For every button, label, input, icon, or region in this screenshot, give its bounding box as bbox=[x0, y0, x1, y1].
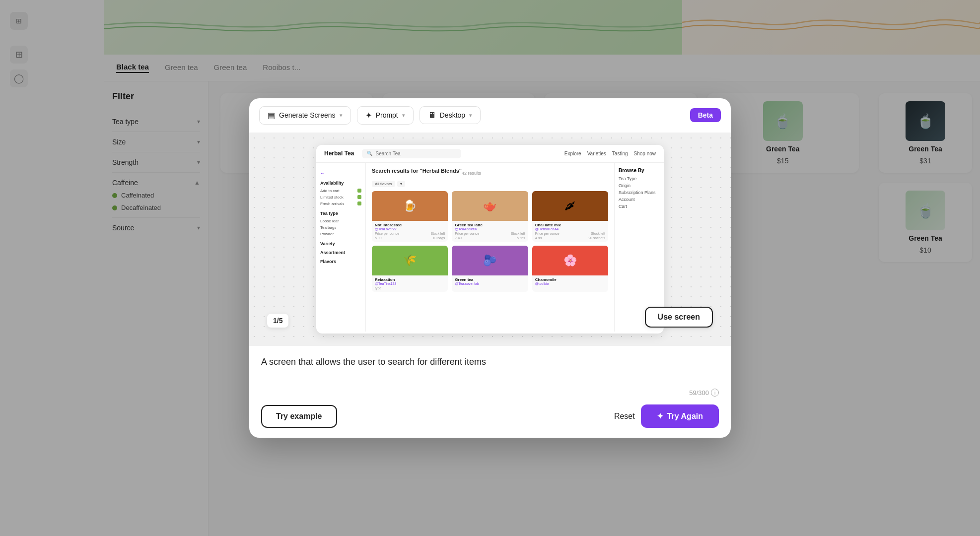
sim-card-info-4: Green tea @Tea.cover.lab bbox=[452, 275, 528, 287]
sim-card-tag-4: @Tea.cover.lab bbox=[455, 282, 525, 285]
sim-tea-type-filter: Tea type Loose leaf Tea bags Powder bbox=[320, 211, 361, 237]
sim-search-input[interactable] bbox=[375, 151, 456, 156]
prompt-icon: ✦ bbox=[365, 111, 372, 120]
char-count: 59/300 i bbox=[689, 389, 719, 397]
desktop-chevron-icon: ▾ bbox=[469, 112, 472, 119]
sim-card-title-2: Chai latte mix bbox=[535, 223, 605, 227]
sim-nav-explore[interactable]: Explore bbox=[564, 151, 581, 156]
beta-badge: Beta bbox=[690, 108, 721, 122]
avail-badge-1 bbox=[357, 189, 361, 193]
sim-flavors-title: Flavors bbox=[320, 259, 361, 264]
sim-powder: Powder bbox=[320, 231, 361, 237]
sim-card-green-tea-latte[interactable]: 🫖 Green tea latte @TeaAddict07 Price per… bbox=[452, 191, 528, 242]
sim-card-tag-1: @TeaAddict07 bbox=[455, 227, 525, 231]
sim-card-title-relaxation: Relaxation bbox=[375, 277, 445, 282]
sim-browse-by-title: Browse By bbox=[619, 168, 660, 173]
try-example-button[interactable]: Try example bbox=[261, 405, 337, 428]
sim-main: Search results for "Herbal Blends" 42 re… bbox=[366, 163, 614, 332]
sim-browse-by-panel: Browse By Tea Type Origin Subscription P… bbox=[614, 163, 664, 332]
sim-card-title-5: Chamomile bbox=[535, 277, 605, 282]
generate-screens-icon: ▤ bbox=[268, 111, 275, 120]
sim-card-img-purple: 🫐 bbox=[452, 246, 528, 275]
sim-card-price-meta-1: 7.495 tins bbox=[455, 236, 525, 240]
sim-search-icon: 🔍 bbox=[367, 151, 372, 156]
sim-results-count: 42 results bbox=[462, 171, 481, 176]
reset-button[interactable]: Reset bbox=[614, 412, 635, 421]
page-indicator: 1/5 bbox=[267, 314, 288, 328]
sim-product-grid: 🍺 Not interested @TeaLover22 Price per o… bbox=[372, 191, 608, 292]
sim-browse-account: Account bbox=[619, 197, 660, 202]
sim-card-chamomile[interactable]: 🌸 Chamomile @toolbio bbox=[532, 246, 608, 292]
sim-card-img-copper: 🍺 bbox=[372, 191, 448, 221]
prompt-footer: 59/300 i bbox=[261, 389, 719, 397]
sim-variety-filter: Variety bbox=[320, 241, 361, 246]
sim-card-not-interested[interactable]: 🍺 Not interested @TeaLover22 Price per o… bbox=[372, 191, 448, 242]
sim-card-title-1: Green tea latte bbox=[455, 223, 525, 227]
try-again-button[interactable]: ✦ Try Again bbox=[641, 404, 719, 428]
sim-assortment-title: Assortment bbox=[320, 250, 361, 255]
sim-back-btn[interactable]: ← bbox=[320, 171, 325, 176]
sim-card-type-3: type bbox=[375, 286, 445, 290]
sim-chip-dropdown[interactable]: ▾ bbox=[397, 181, 405, 187]
use-screen-button[interactable]: Use screen bbox=[645, 307, 713, 328]
sparkle-icon: ✦ bbox=[657, 411, 663, 421]
sim-browse-tea-type: Tea Type bbox=[619, 176, 660, 181]
sim-card-title-0: Not interested bbox=[375, 223, 445, 227]
prompt-textarea[interactable]: A screen that allows the user to search … bbox=[261, 356, 719, 381]
sim-nav-varieties[interactable]: Varieties bbox=[587, 151, 606, 156]
prompt-button[interactable]: ✦ Prompt ▾ bbox=[357, 106, 414, 125]
sim-search-bar[interactable]: 🔍 bbox=[362, 149, 461, 158]
modal-bottom: A screen that allows the user to search … bbox=[249, 345, 731, 438]
generate-screens-button[interactable]: ▤ Generate Screens ▾ bbox=[259, 106, 351, 125]
desktop-icon: 🖥 bbox=[428, 111, 436, 120]
sim-assortment-filter: Assortment bbox=[320, 250, 361, 255]
sim-loose-leaf: Loose leaf bbox=[320, 218, 361, 224]
sim-card-relaxation[interactable]: 🌾 Relaxation @TeaTina133 type bbox=[372, 246, 448, 292]
sim-browse-cart: Cart bbox=[619, 204, 660, 209]
avail-badge-2 bbox=[357, 195, 361, 199]
sim-card-img-latte: 🫖 bbox=[452, 191, 528, 221]
sim-nav-tasting[interactable]: Tasting bbox=[612, 151, 628, 156]
sim-card-price-meta-0: 5.9910 bags bbox=[375, 236, 445, 240]
sim-variety-title: Variety bbox=[320, 241, 361, 246]
info-icon[interactable]: i bbox=[711, 389, 719, 397]
sim-card-green-tea[interactable]: 🫐 Green tea @Tea.cover.lab bbox=[452, 246, 528, 292]
sim-left-panel: ← Availability Add to cart Limited stock bbox=[316, 163, 366, 332]
sim-card-chai-latte[interactable]: 🌶 Chai latte mix @HerbalTeaA4 Price per … bbox=[532, 191, 608, 242]
sim-browse-origin: Origin bbox=[619, 183, 660, 188]
sim-search-header: Search results for "Herbal Blends" bbox=[372, 168, 462, 174]
desktop-button[interactable]: 🖥 Desktop ▾ bbox=[420, 106, 481, 124]
generate-chevron-icon: ▾ bbox=[340, 112, 343, 119]
sim-card-tag-5: @toolbio bbox=[535, 282, 605, 285]
modal-preview: Herbal Tea 🔍 Explore Varieties Tasting S… bbox=[249, 133, 731, 345]
sim-card-tag-0: @TeaLover22 bbox=[375, 227, 445, 231]
sim-nav-links: Explore Varieties Tasting Shop now bbox=[564, 151, 656, 156]
sim-tea-type-title: Tea type bbox=[320, 211, 361, 216]
sim-card-info-5: Chamomile @toolbio bbox=[532, 275, 608, 287]
sim-body: ← Availability Add to cart Limited stock bbox=[316, 163, 664, 332]
sim-card-tag-3: @TeaTina133 bbox=[375, 282, 445, 285]
sim-card-price-meta-2: 4.9920 sachets bbox=[535, 236, 605, 240]
sim-card-info-1: Green tea latte @TeaAddict07 Price per o… bbox=[452, 221, 528, 242]
sim-nav: Herbal Tea 🔍 Explore Varieties Tasting S… bbox=[316, 145, 664, 163]
prompt-chevron-icon: ▾ bbox=[402, 112, 405, 119]
sim-card-info-3: Relaxation @TeaTina133 type bbox=[372, 275, 448, 292]
sim-flavors-filter: Flavors bbox=[320, 259, 361, 264]
sim-card-info-0: Not interested @TeaLover22 Price per oun… bbox=[372, 221, 448, 242]
sim-availability-title: Availability bbox=[320, 181, 361, 186]
modal-overlay[interactable]: ▤ Generate Screens ▾ ✦ Prompt ▾ 🖥 Deskto… bbox=[0, 0, 980, 536]
simulated-screen: Herbal Tea 🔍 Explore Varieties Tasting S… bbox=[316, 145, 664, 334]
sim-nav-shopnow[interactable]: Shop now bbox=[634, 151, 656, 156]
sim-card-title-4: Green tea bbox=[455, 277, 525, 282]
sim-card-meta-1: Price per ounceStock left bbox=[455, 232, 525, 235]
sim-card-img-grass: 🌾 bbox=[372, 246, 448, 275]
sim-browse-sub-plans: Subscription Plans bbox=[619, 190, 660, 195]
sim-card-img-flower: 🌸 bbox=[532, 246, 608, 275]
sim-card-tag-2: @HerbalTeaA4 bbox=[535, 227, 605, 231]
sim-brand: Herbal Tea bbox=[324, 150, 354, 157]
sim-card-info-2: Chai latte mix @HerbalTeaA4 Price per ou… bbox=[532, 221, 608, 242]
sim-avail-stock: Limited stock bbox=[320, 194, 361, 201]
sim-chip-all-flavors[interactable]: All flavors bbox=[372, 181, 395, 187]
sim-avail-cart: Add to cart bbox=[320, 188, 361, 194]
sim-card-meta-2: Price per ounceStock left bbox=[535, 232, 605, 235]
